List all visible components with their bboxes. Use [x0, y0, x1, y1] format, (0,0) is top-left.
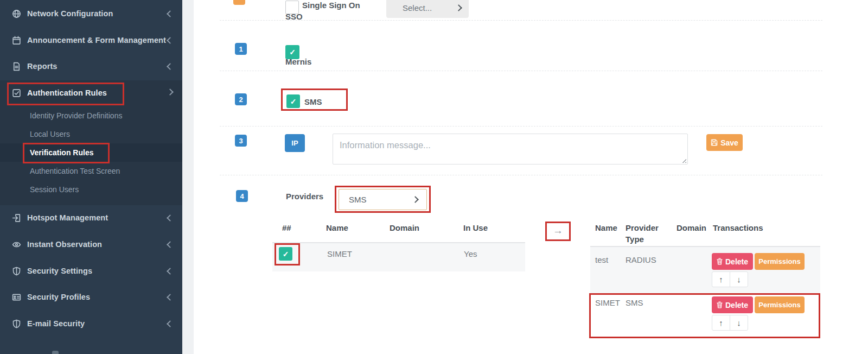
chevron-left-icon: [167, 241, 174, 248]
delete-button-label: Delete: [725, 301, 748, 309]
sidebar-item-email-security[interactable]: E-mail Security: [0, 311, 182, 336]
report-icon: [12, 62, 21, 71]
chevron-left-icon: [167, 294, 174, 301]
sidebar-item-label: Announcement & Form Management: [27, 36, 166, 45]
assigned-col-header: Name: [595, 222, 617, 233]
available-table-row: [272, 243, 525, 271]
row-divider: [220, 20, 822, 21]
sidebar-item-label: Hotspot Management: [27, 213, 108, 222]
sidebar-subitem-authentication-test-screen[interactable]: Authentication Test Screen: [0, 162, 182, 180]
row-divider: [220, 175, 822, 175]
permissions-button[interactable]: Permissions: [755, 296, 805, 313]
save-button[interactable]: Save: [706, 134, 743, 151]
sso-select-value: Select...: [403, 3, 432, 12]
arrow-down-icon: ↓: [737, 275, 741, 284]
step-badge-4: 4: [236, 190, 248, 202]
reorder-button-group: ↑ ↓: [712, 315, 748, 331]
sidebar-item-network-configuration[interactable]: Network Configuration: [0, 1, 182, 26]
move-up-button[interactable]: ↑: [712, 315, 730, 331]
save-button-label: Save: [720, 138, 738, 147]
assigned-col-header: Transactions: [713, 222, 763, 233]
sidebar-item-authentication-rules[interactable]: Authentication Rules: [0, 80, 182, 105]
check-icon: ✓: [283, 250, 289, 258]
row-divider: [220, 126, 822, 127]
mernis-label: Mernis: [285, 57, 311, 66]
check-icon: ✓: [290, 97, 297, 106]
move-down-button[interactable]: ↓: [730, 315, 748, 331]
providers-label: Providers: [286, 192, 323, 201]
globe-icon: [12, 9, 21, 18]
sidebar-subitem-label: Identity Provider Definitions: [30, 111, 122, 120]
sidebar-subitem-label: Session Users: [30, 185, 79, 194]
assigned-row-provider-type: RADIUS: [626, 255, 656, 264]
available-col-header: ##: [282, 222, 291, 233]
sms-checkbox[interactable]: ✓: [286, 94, 300, 108]
assigned-row-name: SIMET: [595, 298, 620, 307]
calendar-icon: [12, 36, 21, 45]
sidebar-subitem-identity-provider-definitions[interactable]: Identity Provider Definitions: [0, 106, 182, 125]
sidebar-subitem-label: Authentication Test Screen: [30, 167, 120, 175]
step-badge-sso: [233, 0, 245, 5]
information-message-textarea[interactable]: [333, 134, 688, 165]
reorder-button-group: ↑ ↓: [712, 271, 748, 287]
sidebar-item-reports[interactable]: Reports: [0, 54, 182, 79]
eye-icon: [12, 240, 21, 249]
arrow-down-icon: ↓: [737, 318, 741, 327]
sso-label: Single Sign On: [302, 1, 360, 10]
available-col-header: Domain: [390, 222, 419, 233]
sso-select[interactable]: Select...: [386, 0, 469, 18]
sidebar-scrollbar-track[interactable]: [182, 0, 194, 354]
assigned-col-header: Domain: [676, 222, 706, 233]
delete-button[interactable]: Delete: [712, 296, 753, 313]
sidebar-subitem-session-users[interactable]: Session Users: [0, 180, 182, 199]
move-down-button[interactable]: ↓: [730, 271, 748, 287]
providers-select-value: SMS: [349, 195, 367, 204]
sidebar-item-announcement-form-management[interactable]: Announcement & Form Management: [0, 28, 182, 53]
id-card-icon: [12, 293, 21, 302]
available-col-header: Name: [326, 222, 348, 233]
sidebar-subitem-label: Verification Rules: [30, 148, 93, 157]
permissions-button[interactable]: Permissions: [755, 253, 805, 270]
sidebar-subitem-verification-rules[interactable]: Verification Rules: [0, 143, 182, 162]
sidebar-subitem-label: Local Users: [30, 130, 70, 138]
chevron-left-icon: [167, 214, 174, 222]
available-row-name: SIMET: [327, 249, 352, 258]
delete-button[interactable]: Delete: [712, 253, 753, 270]
assigned-row-provider-type: SMS: [626, 298, 643, 307]
sidebar-item-security-profiles[interactable]: Security Profiles: [0, 285, 182, 309]
ip-button[interactable]: IP: [285, 134, 305, 152]
shield-icon: [12, 319, 21, 328]
move-up-button[interactable]: ↑: [712, 271, 730, 287]
sidebar-item-label: E-mail Security: [27, 319, 85, 328]
sidebar-subitem-local-users[interactable]: Local Users: [0, 125, 182, 143]
step-badge-3: 3: [235, 135, 247, 147]
available-row-in-use: Yes: [464, 249, 477, 258]
assigned-row-name: test: [595, 255, 608, 264]
available-row-checkbox[interactable]: ✓: [279, 247, 292, 261]
arrow-up-icon: ↑: [719, 318, 723, 327]
app-window: Network Configuration Announcement & For…: [0, 0, 868, 354]
sms-label: SMS: [304, 97, 322, 106]
transfer-arrow-button[interactable]: →: [553, 225, 563, 237]
sidebar-item-label: Reports: [27, 62, 58, 71]
trash-icon: [717, 258, 723, 265]
next-menu-item-icon-cut: [52, 351, 59, 354]
check-square-icon: [12, 88, 21, 98]
sidebar-item-label: Security Settings: [27, 267, 92, 275]
chevron-left-icon: [167, 63, 174, 70]
chevron-left-icon: [167, 37, 174, 44]
step-badge-2: 2: [235, 93, 247, 105]
sidebar-item-hotspot-management[interactable]: Hotspot Management: [0, 205, 182, 230]
providers-select[interactable]: SMS: [339, 189, 427, 210]
row-divider: [220, 71, 822, 71]
save-icon: [711, 139, 718, 146]
trash-icon: [717, 301, 723, 308]
chevron-down-icon: [455, 4, 462, 11]
delete-button-label: Delete: [725, 257, 748, 266]
available-col-header: In Use: [463, 222, 488, 233]
sidebar-item-security-settings[interactable]: Security Settings: [0, 258, 182, 283]
sidebar-item-instant-observation[interactable]: Instant Observation: [0, 232, 182, 257]
sidebar-item-label: Security Profiles: [27, 293, 90, 301]
step-badge-1: 1: [235, 43, 247, 55]
sidebar-item-label: Network Configuration: [27, 9, 113, 18]
